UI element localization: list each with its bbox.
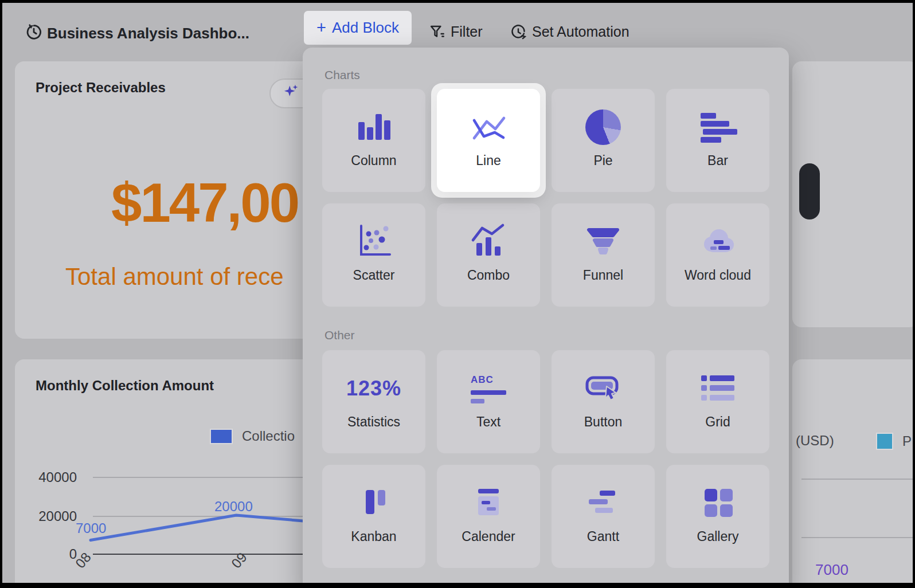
data-label-20000: 20000 (214, 499, 253, 515)
plus-icon: + (316, 18, 326, 37)
filter-button[interactable]: Filter (429, 23, 483, 40)
section-label-charts: Charts (324, 68, 769, 82)
tile-grid: Column LinePie Bar Scatter Combo Funnel … (322, 89, 769, 307)
automation-clock-icon (510, 24, 526, 40)
tile-label: Bar (707, 153, 728, 168)
legend-label-fragment: P (902, 433, 912, 449)
tile-grid: 123%StatisticsABCText Button Grid Kanban… (322, 350, 769, 568)
page-title: Business Analysis Dashbo... (47, 25, 249, 42)
tile-bar[interactable]: Bar (666, 89, 769, 192)
tile-label: Scatter (353, 268, 395, 283)
line-chart-icon (468, 105, 509, 150)
tile-label: Grid (705, 414, 730, 430)
y-tick-40000: 40000 (19, 469, 77, 485)
tile-label: Calender (462, 529, 515, 544)
kanban-block-icon (353, 481, 394, 526)
chart-legend[interactable]: Collectio (210, 428, 295, 444)
button-block-icon (582, 366, 624, 411)
statistics-icon: 123% (346, 366, 401, 411)
tile-gantt[interactable]: Gantt (552, 465, 655, 568)
grid-block-icon (697, 366, 738, 411)
scatter-chart-icon (353, 219, 394, 264)
bar-chart-icon (697, 105, 738, 150)
tile-button[interactable]: Button (552, 350, 655, 453)
tile-text[interactable]: ABCText (437, 350, 540, 453)
gridline (801, 537, 913, 538)
tile-gallery[interactable]: Gallery (666, 465, 769, 568)
tile-label: Combo (467, 268, 510, 283)
tile-label: Statistics (347, 414, 400, 430)
history-clock-icon (25, 23, 42, 41)
tile-scatter[interactable]: Scatter (322, 203, 425, 307)
legend-swatch-blue (210, 429, 233, 444)
card-title: Monthly Collection Amount (36, 378, 214, 394)
tile-funnel[interactable]: Funnel (552, 203, 655, 307)
tile-label: Line (476, 153, 500, 168)
app-screen: Business Analysis Dashbo... + Add Block … (2, 3, 913, 583)
tile-label: Text (476, 414, 500, 430)
right-bottom-chart-card: (USD) P 7000 (792, 359, 913, 583)
tile-column[interactable]: Column (322, 89, 425, 192)
data-label-7000-purple: 7000 (815, 561, 848, 579)
calendar-block-icon (468, 481, 509, 526)
funnel-chart-icon (582, 219, 624, 264)
receivables-subtitle: Total amount of rece (65, 263, 284, 291)
version-history-button[interactable] (25, 23, 42, 41)
chart-title-fragment-row: (USD) (796, 433, 834, 449)
y-tick-20000: 20000 (19, 508, 77, 524)
tile-label: Pie (593, 153, 612, 168)
x-tick-09: 09 (228, 550, 251, 571)
tile-kanban[interactable]: Kanban (322, 465, 425, 568)
tile-label: Button (584, 414, 623, 430)
tile-label: Gantt (587, 529, 619, 544)
combo-chart-icon (468, 219, 509, 264)
tile-label: Column (351, 153, 396, 168)
tile-grid[interactable]: Grid (666, 350, 769, 453)
tile-calender[interactable]: Calender (437, 465, 540, 568)
tile-pie[interactable]: Pie (552, 89, 655, 192)
card-title: Project Receivables (36, 80, 166, 96)
tile-label: Funnel (583, 268, 623, 283)
tile-label: Gallery (697, 529, 739, 544)
tile-line[interactable]: Line (437, 89, 540, 192)
chart-legend[interactable]: P (876, 433, 912, 450)
tile-label: Word cloud (685, 268, 751, 283)
right-top-stat-card (792, 61, 913, 327)
add-block-label: Add Block (332, 19, 399, 37)
clipped-large-digit (799, 163, 820, 219)
gridline (801, 479, 913, 480)
tile-combo[interactable]: Combo (437, 203, 540, 307)
set-automation-button[interactable]: Set Automation (510, 23, 629, 40)
tile-label: Kanban (351, 529, 396, 544)
pie-chart-icon (585, 105, 621, 150)
title-usd-fragment: (USD) (796, 433, 834, 449)
filter-funnel-icon (429, 24, 445, 40)
word-cloud-icon (697, 219, 738, 264)
gallery-block-icon (697, 481, 738, 526)
data-label-7000: 7000 (76, 520, 106, 536)
sparkle-icon (282, 83, 299, 104)
column-chart-icon (353, 105, 394, 150)
set-automation-label: Set Automation (532, 23, 629, 40)
add-block-button[interactable]: + Add Block (304, 11, 412, 45)
tile-word-cloud[interactable]: Word cloud (666, 203, 769, 307)
legend-label: Collectio (242, 428, 295, 444)
add-block-popup: Charts Column LinePie Bar Scatter Combo … (303, 48, 789, 583)
receivables-amount: $147,00 (111, 171, 298, 234)
legend-swatch-teal (876, 433, 893, 450)
gantt-block-icon (582, 481, 624, 526)
tile-statistics[interactable]: 123%Statistics (322, 350, 425, 453)
filter-label: Filter (451, 23, 483, 40)
section-label-other: Other (324, 328, 769, 342)
text-block-icon: ABC (471, 366, 506, 411)
y-tick-0: 0 (19, 546, 77, 562)
